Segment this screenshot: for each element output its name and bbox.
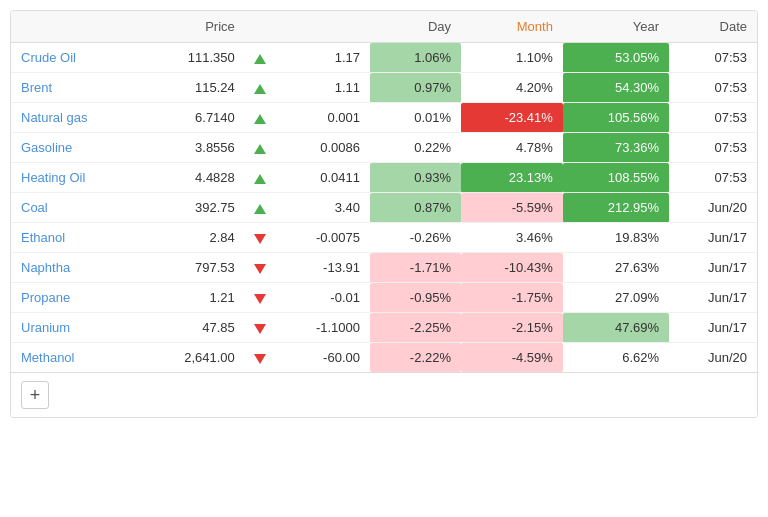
commodity-change: 0.0086 [275, 133, 370, 163]
table-row: Gasoline3.85560.00860.22%4.78%73.36%07:5… [11, 133, 757, 163]
col-header-day: Day [370, 11, 461, 43]
table-row: Ethanol2.84-0.0075-0.26%3.46%19.83%Jun/1… [11, 223, 757, 253]
add-row-button[interactable]: + [21, 381, 49, 409]
commodity-month: 4.78% [461, 133, 563, 163]
commodity-change: -13.91 [275, 253, 370, 283]
commodity-month: 3.46% [461, 223, 563, 253]
col-header-price: Price [140, 11, 245, 43]
commodity-price: 3.8556 [140, 133, 245, 163]
commodity-month: 4.20% [461, 73, 563, 103]
arrow-down-icon [245, 313, 275, 343]
arrow-down-icon [245, 283, 275, 313]
commodity-year: 6.62% [563, 343, 669, 373]
commodity-name[interactable]: Natural gas [11, 103, 140, 133]
commodity-month: -5.59% [461, 193, 563, 223]
commodity-year: 54.30% [563, 73, 669, 103]
commodity-name[interactable]: Ethanol [11, 223, 140, 253]
arrow-up-icon [245, 103, 275, 133]
commodity-name[interactable]: Naphtha [11, 253, 140, 283]
commodity-month: -1.75% [461, 283, 563, 313]
commodity-year: 19.83% [563, 223, 669, 253]
commodity-name[interactable]: Heating Oil [11, 163, 140, 193]
commodity-price: 2,641.00 [140, 343, 245, 373]
commodity-name[interactable]: Methanol [11, 343, 140, 373]
commodity-name[interactable]: Brent [11, 73, 140, 103]
commodity-name[interactable]: Coal [11, 193, 140, 223]
arrow-up-icon [245, 73, 275, 103]
commodity-month: -2.15% [461, 313, 563, 343]
arrow-up-icon [245, 163, 275, 193]
commodity-day: -1.71% [370, 253, 461, 283]
commodity-price: 111.350 [140, 43, 245, 73]
table-row: Coal392.753.400.87%-5.59%212.95%Jun/20 [11, 193, 757, 223]
arrow-down-icon [245, 253, 275, 283]
commodity-day: 1.06% [370, 43, 461, 73]
commodity-day: -0.26% [370, 223, 461, 253]
commodity-name[interactable]: Uranium [11, 313, 140, 343]
commodity-year: 53.05% [563, 43, 669, 73]
table-row: Heating Oil4.48280.04110.93%23.13%108.55… [11, 163, 757, 193]
commodity-date: 07:53 [669, 43, 757, 73]
commodity-date: Jun/20 [669, 193, 757, 223]
table-header-row: Price Day Month Year Date [11, 11, 757, 43]
commodity-year: 27.63% [563, 253, 669, 283]
commodity-change: -60.00 [275, 343, 370, 373]
commodity-day: 0.01% [370, 103, 461, 133]
commodity-date: 07:53 [669, 133, 757, 163]
commodity-month: 1.10% [461, 43, 563, 73]
commodity-year: 47.69% [563, 313, 669, 343]
table-row: Natural gas6.71400.0010.01%-23.41%105.56… [11, 103, 757, 133]
commodity-name[interactable]: Gasoline [11, 133, 140, 163]
commodity-price: 115.24 [140, 73, 245, 103]
commodity-name[interactable]: Crude Oil [11, 43, 140, 73]
commodity-price: 4.4828 [140, 163, 245, 193]
commodity-day: 0.22% [370, 133, 461, 163]
commodities-table: Price Day Month Year Date Crude Oil111.3… [11, 11, 757, 372]
commodity-day: -2.22% [370, 343, 461, 373]
commodity-change: -0.0075 [275, 223, 370, 253]
col-header-arrow [245, 11, 275, 43]
commodity-date: 07:53 [669, 73, 757, 103]
commodity-date: 07:53 [669, 103, 757, 133]
table-row: Naphtha797.53-13.91-1.71%-10.43%27.63%Ju… [11, 253, 757, 283]
commodity-price: 2.84 [140, 223, 245, 253]
arrow-down-icon [245, 223, 275, 253]
col-header-change [275, 11, 370, 43]
commodity-price: 797.53 [140, 253, 245, 283]
commodity-month: -23.41% [461, 103, 563, 133]
table-row: Methanol2,641.00-60.00-2.22%-4.59%6.62%J… [11, 343, 757, 373]
commodity-year: 27.09% [563, 283, 669, 313]
table-row: Brent115.241.110.97%4.20%54.30%07:53 [11, 73, 757, 103]
table-row: Crude Oil111.3501.171.06%1.10%53.05%07:5… [11, 43, 757, 73]
col-header-month: Month [461, 11, 563, 43]
commodity-price: 1.21 [140, 283, 245, 313]
commodity-change: 0.0411 [275, 163, 370, 193]
arrow-up-icon [245, 193, 275, 223]
commodity-day: -2.25% [370, 313, 461, 343]
commodity-change: 0.001 [275, 103, 370, 133]
commodity-month: -4.59% [461, 343, 563, 373]
arrow-up-icon [245, 43, 275, 73]
commodity-date: Jun/17 [669, 313, 757, 343]
commodity-date: Jun/17 [669, 253, 757, 283]
commodity-change: 1.17 [275, 43, 370, 73]
commodity-change: -1.1000 [275, 313, 370, 343]
commodity-day: 0.93% [370, 163, 461, 193]
commodity-year: 73.36% [563, 133, 669, 163]
col-header-name [11, 11, 140, 43]
commodity-day: 0.97% [370, 73, 461, 103]
commodity-price: 392.75 [140, 193, 245, 223]
table-row: Propane1.21-0.01-0.95%-1.75%27.09%Jun/17 [11, 283, 757, 313]
commodity-day: 0.87% [370, 193, 461, 223]
table-footer: + [11, 372, 757, 417]
commodity-month: -10.43% [461, 253, 563, 283]
arrow-down-icon [245, 343, 275, 373]
col-header-year: Year [563, 11, 669, 43]
commodity-day: -0.95% [370, 283, 461, 313]
table-row: Uranium47.85-1.1000-2.25%-2.15%47.69%Jun… [11, 313, 757, 343]
commodity-month: 23.13% [461, 163, 563, 193]
commodity-date: Jun/20 [669, 343, 757, 373]
commodity-name[interactable]: Propane [11, 283, 140, 313]
commodity-change: 3.40 [275, 193, 370, 223]
commodity-change: -0.01 [275, 283, 370, 313]
